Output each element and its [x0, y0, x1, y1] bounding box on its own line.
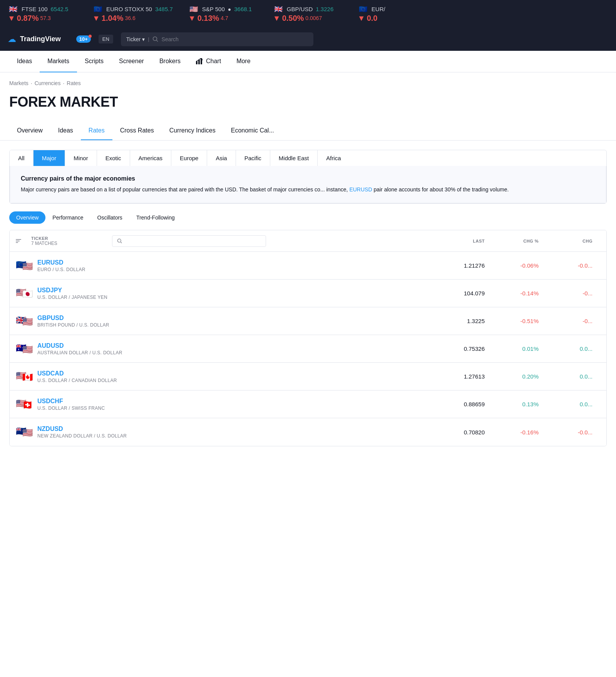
nav-item-chart[interactable]: Chart [188, 51, 229, 72]
chgpct-gbpusd: -0.51% [492, 318, 546, 324]
col-header-chgpct: CHG % [492, 239, 546, 243]
subnav-crossrates[interactable]: Cross Rates [112, 122, 162, 140]
svg-point-0 [153, 37, 157, 40]
ticker-gbpusd[interactable]: 🇬🇧 GBP/USD 1.3226 ▼ 0.50% 0.0067 [273, 5, 342, 23]
notification-badge[interactable]: 10+ [76, 35, 91, 43]
nav-item-brokers[interactable]: Brokers [152, 51, 188, 72]
chgpct-usdcad: 0.20% [492, 373, 546, 380]
view-tab-performance[interactable]: Performance [45, 211, 90, 224]
table-header: TICKER 7 MATCHES LAST CHG % CHG [10, 230, 606, 252]
filter-tab-asia[interactable]: Asia [207, 150, 236, 166]
svg-rect-3 [198, 60, 200, 64]
table-row[interactable]: 🇳🇿 🇺🇸 NZDUSD NEW ZEALAND DOLLAR / U.S. D… [10, 418, 606, 446]
filter-tab-exotic[interactable]: Exotic [97, 150, 130, 166]
symbol-eurusd[interactable]: EURUSD [37, 259, 64, 266]
symbol-usdjpy[interactable]: USDJPY [37, 287, 62, 293]
subnav-rates[interactable]: Rates [81, 122, 112, 140]
chg-usdchf: 0.0... [546, 401, 600, 407]
breadcrumb-markets[interactable]: Markets [9, 80, 28, 86]
flag-eu2-icon: 🇪🇺 [358, 5, 368, 13]
breadcrumb: Markets · Currencies · Rates [0, 72, 616, 90]
ticker-ftse-name: FTSE 100 [22, 6, 48, 12]
symbol-nzdusd[interactable]: NZDUSD [37, 426, 63, 432]
view-tabs: Overview Performance Oscillators Trend-F… [9, 204, 607, 230]
ticker-sp500[interactable]: 🇺🇸 S&P 500 ● 3668.1 ▼ 0.13% 4.7 [188, 5, 258, 23]
ticker-ftse[interactable]: 🇬🇧 FTSE 100 6542.5 ▼ 0.87% 57.3 [8, 5, 77, 23]
search-icon [152, 36, 159, 42]
row-values-usdcad: 1.27613 0.20% 0.0... [439, 373, 600, 380]
filter-tab-major[interactable]: Major [33, 150, 65, 166]
filter-tab-africa[interactable]: Africa [318, 150, 349, 166]
filter-tab-europe[interactable]: Europe [171, 150, 207, 166]
symbol-usdcad[interactable]: USDCAD [37, 370, 64, 377]
filter-tab-all[interactable]: All [10, 150, 33, 166]
subnav-economic[interactable]: Economic Cal... [223, 122, 282, 140]
svg-line-1 [156, 40, 158, 42]
filter-tab-minor[interactable]: Minor [65, 150, 97, 166]
view-tab-overview[interactable]: Overview [9, 211, 45, 224]
symbol-gbpusd[interactable]: GBPUSD [37, 315, 64, 321]
filter-tabs-row: All Major Minor Exotic Americas Europe A… [10, 150, 606, 166]
table-row[interactable]: 🇪🇺 🇺🇸 EURUSD EURO / U.S. DOLLAR 1.21276 … [10, 252, 606, 280]
chevron-down-icon: ▾ [142, 36, 145, 42]
table-row[interactable]: 🇬🇧 🇺🇸 GBPUSD BRITISH POUND / U.S. DOLLAR… [10, 307, 606, 335]
table-row[interactable]: 🇺🇸 🇨🇦 USDCAD U.S. DOLLAR / CANADIAN DOLL… [10, 363, 606, 390]
view-tab-oscillators[interactable]: Oscillators [90, 211, 129, 224]
last-audusd: 0.75326 [439, 345, 492, 352]
content-area: All Major Minor Exotic Americas Europe A… [0, 141, 616, 456]
chgpct-eurusd: -0.06% [492, 262, 546, 269]
ticker-eur[interactable]: 🇪🇺 EUR/ ▼ 0.0 [358, 5, 427, 23]
ticker-sp500-name: S&P 500 [202, 6, 225, 12]
nav-item-markets[interactable]: Markets [40, 51, 77, 72]
chg-nzdusd: -0.0... [546, 429, 600, 436]
ticker-eur-name: EUR/ [372, 6, 385, 12]
pair-flags-eurusd: 🇪🇺 🇺🇸 [16, 260, 33, 271]
ticker-gbpusd-change: ▼ 0.50% 0.0067 [273, 14, 342, 23]
subnav-overview[interactable]: Overview [9, 122, 50, 140]
view-tab-trendfollowing[interactable]: Trend-Following [129, 211, 182, 224]
table-search-input[interactable] [126, 238, 261, 244]
logo[interactable]: ☁ TradingView [8, 34, 61, 44]
table-column-headers: LAST CHG % CHG [439, 239, 600, 243]
subnav-ideas[interactable]: Ideas [50, 122, 81, 140]
ticker-dropdown[interactable]: Ticker ▾ [126, 36, 145, 42]
nav-item-more[interactable]: More [229, 51, 258, 72]
fullname-eurusd: EURO / U.S. DOLLAR [37, 267, 85, 272]
search-input[interactable] [162, 36, 308, 42]
last-gbpusd: 1.3225 [439, 318, 492, 324]
row-ticker-usdchf: 🇺🇸 🇨🇭 USDCHF U.S. DOLLAR / SWISS FRANC [16, 398, 151, 411]
nav-item-screener[interactable]: Screener [111, 51, 152, 72]
table-row[interactable]: 🇺🇸 🇯🇵 USDJPY U.S. DOLLAR / JAPANESE YEN … [10, 280, 606, 307]
ticker-eurostoxx[interactable]: 🇪🇺 EURO STOXX 50 3485.7 ▼ 1.04% 36.6 [92, 5, 173, 23]
table-search[interactable] [112, 235, 266, 247]
filter-tab-middleeast[interactable]: Middle East [270, 150, 318, 166]
nav-item-scripts[interactable]: Scripts [77, 51, 111, 72]
nav-item-ideas[interactable]: Ideas [9, 51, 40, 72]
subnav-indices[interactable]: Currency Indices [162, 122, 223, 140]
ticker-eurostoxx-price: 3485.7 [155, 6, 173, 12]
chart-icon [196, 58, 204, 64]
fullname-nzdusd: NEW ZEALAND DOLLAR / U.S. DOLLAR [37, 433, 127, 439]
eurusd-link[interactable]: EURUSD [349, 186, 372, 193]
page-title: FOREX MARKET [9, 94, 607, 110]
last-eurusd: 1.21276 [439, 262, 492, 269]
flag-uk-icon: 🇬🇧 [8, 5, 18, 13]
page-title-area: FOREX MARKET [0, 90, 616, 122]
flag-gbp-icon: 🇬🇧 [273, 5, 284, 13]
ticker-eurostoxx-change: ▼ 1.04% 36.6 [92, 14, 173, 23]
col-header-chg: CHG [546, 239, 600, 243]
table-row[interactable]: 🇦🇺 🇺🇸 AUDUSD AUSTRALIAN DOLLAR / U.S. DO… [10, 335, 606, 363]
filter-tab-americas[interactable]: Americas [130, 150, 172, 166]
ticker-eurostoxx-name: EURO STOXX 50 [106, 6, 152, 12]
breadcrumb-currencies[interactable]: Currencies [35, 80, 61, 86]
breadcrumb-rates: Rates [67, 80, 81, 86]
table-row[interactable]: 🇺🇸 🇨🇭 USDCHF U.S. DOLLAR / SWISS FRANC 0… [10, 390, 606, 418]
ticker-ftse-price: 6542.5 [51, 6, 69, 12]
language-button[interactable]: EN [99, 35, 113, 44]
row-values-usdjpy: 104.079 -0.14% -0... [439, 290, 600, 297]
filter-tab-pacific[interactable]: Pacific [236, 150, 270, 166]
symbol-usdchf[interactable]: USDCHF [37, 398, 63, 404]
row-ticker-usdjpy: 🇺🇸 🇯🇵 USDJPY U.S. DOLLAR / JAPANESE YEN [16, 287, 151, 300]
arrow-down-icon: ▼ [8, 14, 15, 23]
symbol-audusd[interactable]: AUDUSD [37, 342, 64, 349]
